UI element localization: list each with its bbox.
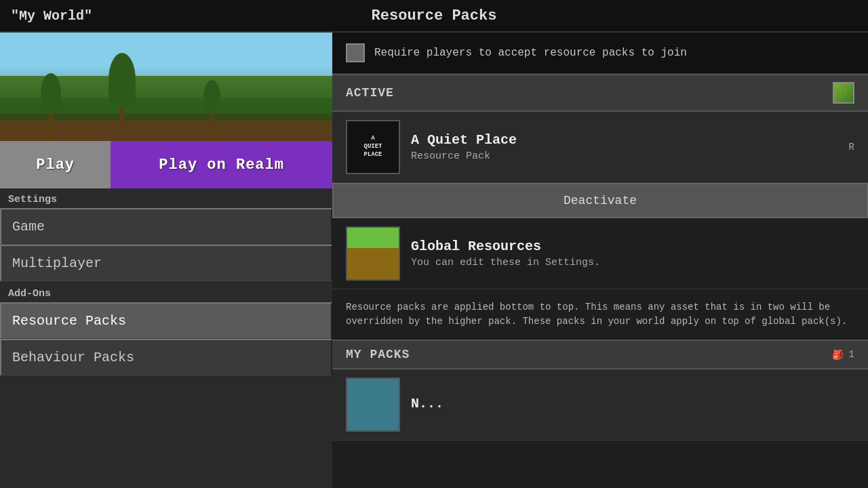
sidebar-item-behaviour-packs[interactable]: Behaviour Packs [0,339,332,375]
deactivate-button[interactable]: Deactivate [332,183,868,218]
require-row: Require players to accept resource packs… [332,33,868,74]
global-resources-info: Global Resources You can edit these in S… [411,239,854,268]
my-packs-count: 1 [849,349,854,360]
require-text: Require players to accept resource packs… [374,47,687,59]
world-title: "My World" [11,8,92,24]
main-layout: Play Play on Realm Settings Game Multipl… [0,33,868,488]
global-resources-name: Global Resources [411,239,854,254]
next-pack-item[interactable]: N... [332,369,868,441]
my-packs-section-header: MY PACKS 🎒 1 [332,340,868,369]
page-title: Resource Packs [372,7,497,24]
my-packs-right: 🎒 1 [832,349,854,361]
world-preview [0,33,332,141]
top-bar: "My World" Resource Packs [0,0,868,33]
info-text: Resource packs are applied bottom to top… [332,289,868,340]
left-panel: Play Play on Realm Settings Game Multipl… [0,33,332,488]
play-buttons: Play Play on Realm [0,141,332,188]
preview-tree-2 [108,53,136,107]
addons-label: Add-Ons [0,281,332,302]
active-section-header: ACTIVE 🌿 [332,74,868,112]
active-pack-type: Resource Pack [411,150,838,162]
quiet-place-thumbnail: AQUIETPLACE [346,120,400,174]
play-button[interactable]: Play [0,141,111,188]
active-section-title: ACTIVE [346,86,394,100]
global-resources-thumbnail [346,226,400,281]
next-pack-thumbnail [346,378,400,432]
right-panel: Require players to accept resource packs… [332,33,868,488]
active-pack-action: R [849,142,854,152]
preview-tree-1 [41,73,61,114]
settings-label: Settings [0,188,332,208]
active-section-icon: 🌿 [833,82,854,104]
require-checkbox[interactable] [346,43,365,62]
pack-icon: 🎒 [832,349,844,361]
sidebar-item-multiplayer[interactable]: Multiplayer [0,245,332,281]
active-pack-info: A Quiet Place Resource Pack [411,132,838,162]
global-resources-desc: You can edit these in Settings. [411,257,854,268]
my-packs-title: MY PACKS [346,348,410,361]
active-pack-item[interactable]: AQUIETPLACE A Quiet Place Resource Pack … [332,112,868,183]
active-pack-name: A Quiet Place [411,132,838,148]
sidebar-item-game[interactable]: Game [0,208,332,245]
next-pack-info: N... [411,396,854,414]
play-realm-button[interactable]: Play on Realm [111,141,332,188]
next-pack-name: N... [411,396,854,411]
global-resources-item[interactable]: Global Resources You can edit these in S… [332,218,868,289]
sidebar-item-resource-packs[interactable]: Resource Packs [0,302,332,339]
preview-tree-3 [203,80,220,114]
